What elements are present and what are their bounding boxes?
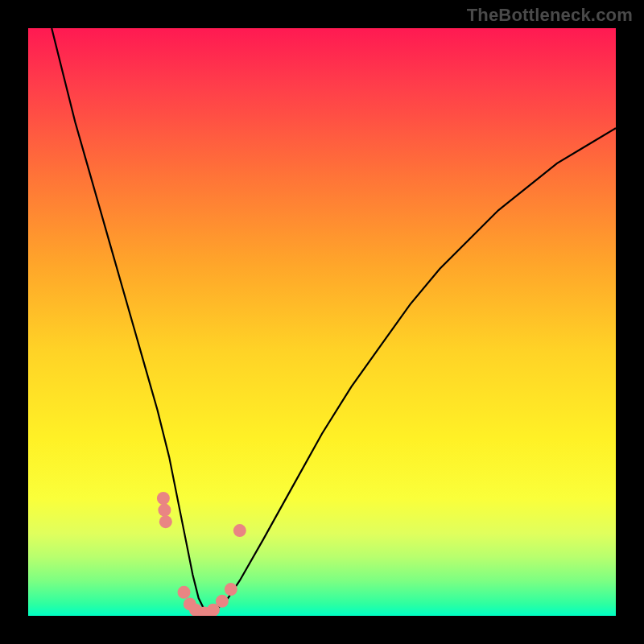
data-marker — [225, 583, 237, 596]
data-marker — [233, 524, 246, 537]
bottleneck-curve — [52, 28, 616, 613]
data-marker — [157, 492, 170, 505]
marker-group — [157, 492, 246, 616]
data-marker — [216, 595, 229, 608]
chart-overlay — [28, 28, 616, 616]
data-marker — [158, 504, 171, 517]
data-marker — [178, 586, 191, 599]
watermark-text: TheBottleneck.com — [467, 5, 633, 26]
data-marker — [159, 515, 172, 528]
plot-area — [28, 28, 616, 616]
outer-frame: TheBottleneck.com — [0, 0, 644, 644]
